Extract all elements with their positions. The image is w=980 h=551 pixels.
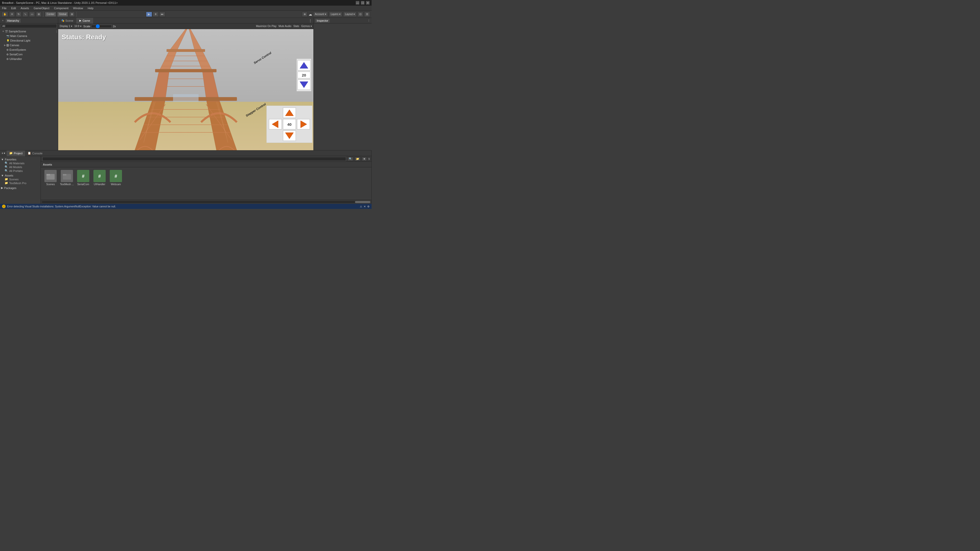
layers-icon-button[interactable]: ☰ xyxy=(364,12,370,17)
play-button[interactable]: ▶ xyxy=(146,12,152,17)
account-dropdown[interactable]: Account ▾ xyxy=(313,12,328,17)
scene-options-icon[interactable]: ⋮ xyxy=(56,30,58,33)
layers-label: Layers xyxy=(331,13,339,16)
tree-item-serialcom[interactable]: ▶ ⚙ SerialCom xyxy=(0,52,58,57)
scenes-folder-icon xyxy=(45,170,57,182)
servo-down-button[interactable] xyxy=(298,79,310,90)
project-add-button[interactable]: + xyxy=(2,151,3,155)
panel-options-icon[interactable]: ⋮ xyxy=(309,19,312,22)
rotate-tool-button[interactable]: ↻ xyxy=(16,12,21,17)
scene-tab[interactable]: 🎭 Scene xyxy=(58,18,76,24)
inspector-options-icon[interactable]: ⋮ xyxy=(368,19,370,22)
all-prefabs-item[interactable]: 🔍 All Prefabs xyxy=(1,169,40,173)
inspector-tab[interactable]: Inspector xyxy=(315,19,330,23)
textmesh-folder-icon xyxy=(61,170,73,182)
project-options-icon[interactable]: ▾ xyxy=(4,152,5,155)
gizmos-label: Gizmos xyxy=(301,25,310,27)
packages-section-header[interactable]: ▶ Packages xyxy=(1,186,40,190)
menu-gameobject[interactable]: GameObject xyxy=(33,6,51,10)
tree-item-canvas[interactable]: ▶ 🖼 Canvas xyxy=(0,43,58,48)
step-button[interactable]: ⏭ xyxy=(159,12,165,17)
servo-control-panel: 20 xyxy=(297,59,311,91)
assets-section-header[interactable]: ▼ Assets xyxy=(1,174,40,177)
favorites-arrow-icon: ▼ xyxy=(1,158,4,161)
stepper-right-button[interactable] xyxy=(297,119,310,130)
aspect-dropdown[interactable]: 16:9 ▾ xyxy=(74,25,81,27)
menu-window[interactable]: Window xyxy=(72,6,84,10)
textmesh-label: TextMesh ... xyxy=(60,183,74,186)
grid-button[interactable]: ⊞ xyxy=(69,12,75,17)
close-button[interactable]: ✕ xyxy=(366,1,369,5)
stepper-left-button[interactable] xyxy=(269,119,282,130)
svg-text:#: # xyxy=(98,174,101,179)
center-button[interactable]: Center xyxy=(45,12,56,17)
console-tab[interactable]: 📋 Console xyxy=(25,151,45,156)
layout-dropdown[interactable]: Layout ▾ xyxy=(343,12,356,17)
global-button[interactable]: Global xyxy=(57,12,68,17)
all-materials-item[interactable]: 🔍 All Materials xyxy=(1,161,40,165)
assets-star-button[interactable]: ★ xyxy=(362,157,367,161)
asset-serialcom[interactable]: # SerialCom xyxy=(76,170,90,197)
scene-game-tabs: 🎭 Scene ▶ Game ⋮ xyxy=(58,18,313,24)
tree-item-samplescene[interactable]: ▼ 🎬 SampleScene ⋮ xyxy=(0,29,58,34)
hierarchy-search-input[interactable] xyxy=(1,24,57,28)
layers-dropdown[interactable]: Layers ▾ xyxy=(329,12,342,17)
rect-tool-button[interactable]: ▭ xyxy=(29,12,35,17)
tree-item-label: Directional Light xyxy=(10,39,30,42)
gizmos-button[interactable]: Gizmos ▾ xyxy=(301,25,312,27)
assets-filter-button[interactable]: 🔍 xyxy=(348,157,353,161)
aspect-label: 16:9 xyxy=(74,25,79,27)
scale-slider-input[interactable] xyxy=(91,25,112,28)
hand-tool-button[interactable]: ✋ xyxy=(2,12,8,17)
display-dropdown[interactable]: Display 1 ▾ xyxy=(60,25,72,27)
hierarchy-add-button[interactable]: + xyxy=(2,19,4,22)
mute-audio-button[interactable]: Mute Audio xyxy=(278,25,291,27)
toolbar: ✋ ✛ ↻ ⤡ ▭ ⊞ Center Global ⊞ ▶ ⏸ ⏭ ⊕ ☁ Ac… xyxy=(0,11,372,18)
maximize-button[interactable]: ☐ xyxy=(361,1,364,5)
stepper-down-button[interactable] xyxy=(283,130,296,141)
scrollbar-thumb[interactable] xyxy=(355,201,370,203)
pause-button[interactable]: ⏸ xyxy=(153,12,159,17)
asset-scenes[interactable]: Scenes xyxy=(43,170,58,197)
status-settings-icon[interactable]: ⚙ xyxy=(367,205,369,208)
hierarchy-tab[interactable]: Hierarchy xyxy=(6,19,21,23)
maximize-on-play-button[interactable]: Maximize On Play xyxy=(256,25,277,27)
asset-uihandler[interactable]: # UIHandler xyxy=(92,170,107,197)
asset-webcam[interactable]: # Webcam xyxy=(109,170,123,197)
scale-tool-button[interactable]: ⤡ xyxy=(22,12,28,17)
tree-item-eventsystem[interactable]: ▶ ⚙ EventSystem xyxy=(0,48,58,52)
menu-assets[interactable]: Assets xyxy=(20,6,30,10)
menu-component[interactable]: Component xyxy=(53,6,69,10)
project-tab[interactable]: 📁 Project xyxy=(6,151,25,156)
menu-file[interactable]: File xyxy=(1,6,8,10)
transform-tool-button[interactable]: ⊞ xyxy=(36,12,41,17)
stats-button[interactable]: Stats xyxy=(293,25,299,27)
tree-item-maincamera[interactable]: ▶ 📷 Main Camera xyxy=(0,34,58,38)
assets-scrollbar xyxy=(41,200,371,204)
servo-up-button[interactable] xyxy=(298,60,310,71)
scene-tab-icon: 🎭 xyxy=(61,19,64,22)
inspector-icon-button[interactable]: ⊡ xyxy=(358,12,363,17)
menu-help[interactable]: Help xyxy=(86,6,94,10)
menu-edit[interactable]: Edit xyxy=(10,6,17,10)
all-models-item[interactable]: 🔍 All Models xyxy=(1,165,40,169)
stepper-up-button[interactable] xyxy=(283,107,296,118)
move-tool-button[interactable]: ✛ xyxy=(9,12,15,17)
minimize-button[interactable]: — xyxy=(356,1,360,5)
collab-button[interactable]: ⊕ xyxy=(302,12,307,17)
project-tab-label: Project xyxy=(14,152,22,155)
game-tab[interactable]: ▶ Game xyxy=(76,18,93,24)
canvas-arrow-icon: ▶ xyxy=(4,44,6,46)
tree-item-directionallight[interactable]: ▶ 💡 Directional Light xyxy=(0,38,58,43)
asset-textmesh[interactable]: TextMesh ... xyxy=(60,170,74,197)
scenes-folder-item[interactable]: 📁 Scenes xyxy=(1,177,40,181)
tree-item-uihandler[interactable]: ▶ ⚙ UiHandler xyxy=(0,57,58,61)
serialcom-asset-label: SerialCom xyxy=(77,183,89,186)
assets-search-input[interactable] xyxy=(42,157,346,161)
svg-rect-22 xyxy=(173,94,199,102)
assets-folder-nav-button[interactable]: 📁 xyxy=(355,157,360,161)
textmeshpro-folder-item[interactable]: 📁 TextMesh Pro xyxy=(1,181,40,185)
scene-icon: 🎬 xyxy=(5,30,8,33)
scrollbar-track[interactable] xyxy=(42,201,370,203)
favorites-header[interactable]: ▼ Favorites xyxy=(1,158,40,161)
